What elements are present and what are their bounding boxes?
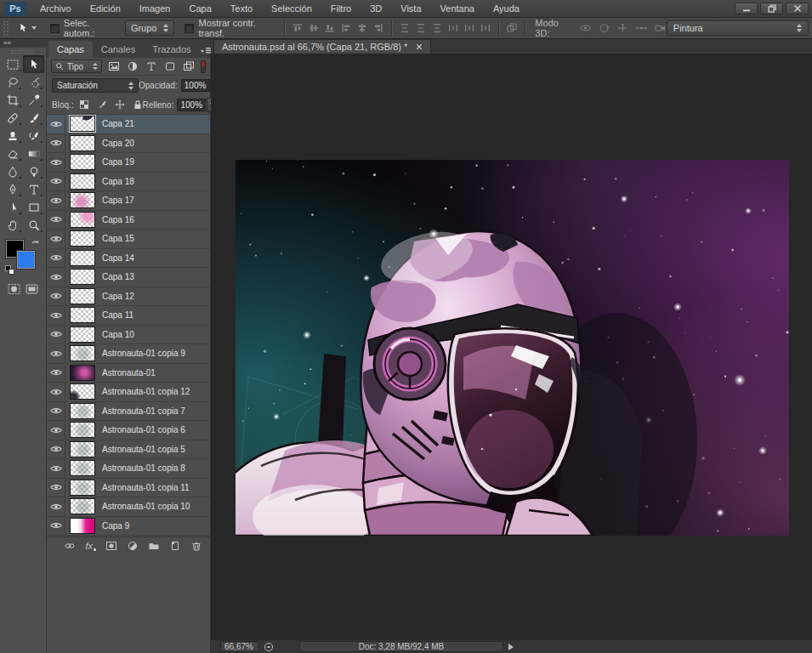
layer-thumbnail[interactable]: [70, 383, 95, 400]
menu-texto[interactable]: Texto: [221, 3, 262, 14]
layer-thumbnail[interactable]: [70, 460, 95, 476]
layer-thumbnail[interactable]: [70, 269, 95, 285]
menu-selecci-n[interactable]: Selección: [262, 3, 321, 14]
layer-thumbnail[interactable]: [70, 498, 95, 514]
tool-move[interactable]: [23, 55, 44, 73]
tool-zoom[interactable]: [23, 216, 44, 234]
collapse-panel-icon[interactable]: ««: [0, 39, 46, 48]
lock-position-button[interactable]: [115, 99, 125, 110]
align-left-edges-button[interactable]: [341, 23, 351, 33]
panel-tab-capas[interactable]: Capas: [48, 41, 93, 58]
layer-visibility-eye-icon[interactable]: [47, 268, 65, 287]
layer-thumbnail[interactable]: [70, 307, 95, 323]
layer-visibility-eye-icon[interactable]: [47, 497, 65, 516]
3d-rotate-button[interactable]: [579, 23, 592, 33]
blend-mode-dropdown[interactable]: Saturación: [52, 78, 139, 93]
align-bottom-edges-button[interactable]: [325, 23, 335, 33]
layer-row[interactable]: Capa 11: [47, 306, 210, 326]
3d-drag-button[interactable]: [616, 23, 629, 33]
fill-value[interactable]: 100%: [177, 99, 206, 111]
align-horizontal-centers-button[interactable]: [357, 23, 367, 33]
3d-scale-camera-button[interactable]: [654, 23, 667, 33]
delete-layer-button[interactable]: [190, 541, 202, 551]
tool-dodge[interactable]: [23, 162, 44, 180]
layer-thumbnail[interactable]: [70, 230, 95, 247]
layer-thumbnail[interactable]: [70, 345, 95, 361]
layer-row[interactable]: Capa 20: [47, 134, 210, 154]
layer-thumbnail[interactable]: [70, 173, 95, 190]
layer-row[interactable]: Capa 12: [47, 287, 210, 307]
document-tab[interactable]: Astronauta.psd al 66,7% (Capa 21, RGB/8)…: [213, 39, 431, 54]
3d-slide-button[interactable]: [635, 23, 648, 33]
tool-type[interactable]: [23, 180, 44, 198]
opacity-value[interactable]: 100%: [181, 79, 210, 92]
distribute-right-edges-button[interactable]: [480, 23, 491, 33]
layer-visibility-eye-icon[interactable]: [47, 191, 65, 210]
layer-row[interactable]: Astronauta-01 copia 7: [47, 402, 210, 422]
new-adjustment-layer-button[interactable]: [127, 541, 139, 551]
tab-close-icon[interactable]: [416, 43, 423, 50]
tool-rectangular-marquee[interactable]: [2, 55, 23, 73]
workspace-dropdown[interactable]: Pintura: [667, 20, 809, 36]
tool-path-selection[interactable]: [2, 198, 23, 216]
tool-lasso[interactable]: [2, 73, 23, 91]
layer-visibility-eye-icon[interactable]: [47, 440, 65, 459]
screen-mode-button[interactable]: [25, 283, 39, 295]
layer-row[interactable]: Capa 19: [47, 153, 210, 173]
auto-select-checkbox[interactable]: [50, 24, 60, 33]
menu-imagen[interactable]: Imagen: [130, 3, 180, 14]
align-top-edges-button[interactable]: [292, 23, 303, 33]
layer-thumbnail[interactable]: [70, 518, 95, 534]
show-transform-checkbox[interactable]: [185, 24, 194, 33]
toolbar-grip[interactable]: [11, 50, 35, 54]
quick-mask-button[interactable]: [7, 283, 21, 295]
filter-type-dropdown[interactable]: Tipo: [51, 60, 102, 73]
menu-3d[interactable]: 3D: [361, 3, 391, 14]
layer-row[interactable]: Astronauta-01 copia 12: [47, 383, 210, 402]
canvas-viewport[interactable]: [211, 54, 812, 639]
layer-row[interactable]: Capa 14: [47, 249, 210, 269]
layer-thumbnail[interactable]: [70, 250, 95, 266]
menu-vista[interactable]: Vista: [391, 3, 430, 14]
distribute-top-edges-button[interactable]: [400, 23, 410, 33]
layer-thumbnail[interactable]: [70, 288, 95, 304]
lock-all-button[interactable]: [133, 99, 143, 110]
layer-thumbnail[interactable]: [70, 135, 95, 151]
layer-thumbnail[interactable]: [70, 154, 95, 170]
menu-filtro[interactable]: Filtro: [321, 3, 361, 14]
layer-visibility-eye-icon[interactable]: [47, 402, 65, 421]
lock-transparent-pixels-button[interactable]: [79, 99, 89, 110]
layer-thumbnail[interactable]: [70, 403, 95, 419]
tool-history-brush[interactable]: [23, 127, 44, 145]
tool-gradient[interactable]: [23, 145, 44, 162]
align-right-edges-button[interactable]: [373, 23, 383, 33]
layer-visibility-eye-icon[interactable]: [47, 287, 65, 306]
layer-visibility-eye-icon[interactable]: [47, 364, 65, 383]
layer-visibility-eye-icon[interactable]: [47, 517, 65, 536]
distribute-bottom-edges-button[interactable]: [432, 23, 442, 33]
panel-tab-trazados[interactable]: Trazados: [144, 41, 199, 58]
current-tool-move[interactable]: [14, 21, 40, 35]
filter-adjustment-layers-button[interactable]: [127, 61, 139, 71]
menu-ventana[interactable]: Ventana: [431, 3, 484, 14]
layer-thumbnail[interactable]: [70, 192, 95, 208]
status-sync-icon[interactable]: [264, 642, 274, 652]
tool-clone-stamp[interactable]: [2, 127, 23, 145]
layer-visibility-eye-icon[interactable]: [47, 134, 65, 153]
filter-shape-layers-button[interactable]: [164, 61, 176, 71]
background-color-swatch[interactable]: [17, 251, 35, 269]
swap-colors-icon[interactable]: [31, 240, 41, 250]
zoom-level-field[interactable]: 66,67%: [220, 641, 259, 652]
layer-row[interactable]: Astronauta-01 copia 5: [47, 440, 210, 460]
layer-thumbnail[interactable]: [70, 212, 95, 228]
layer-row[interactable]: Capa 18: [47, 173, 210, 192]
tool-eraser[interactable]: [2, 145, 23, 162]
tool-blur[interactable]: [2, 162, 23, 180]
layer-row[interactable]: Capa 10: [47, 326, 210, 345]
layer-visibility-eye-icon[interactable]: [47, 115, 65, 133]
layer-row[interactable]: Astronauta-01 copia 11: [47, 479, 210, 498]
canvas-image[interactable]: [236, 160, 789, 536]
layer-row[interactable]: Capa 21: [47, 115, 210, 134]
tool-rectangle[interactable]: [23, 198, 44, 216]
new-group-button[interactable]: [148, 541, 160, 551]
